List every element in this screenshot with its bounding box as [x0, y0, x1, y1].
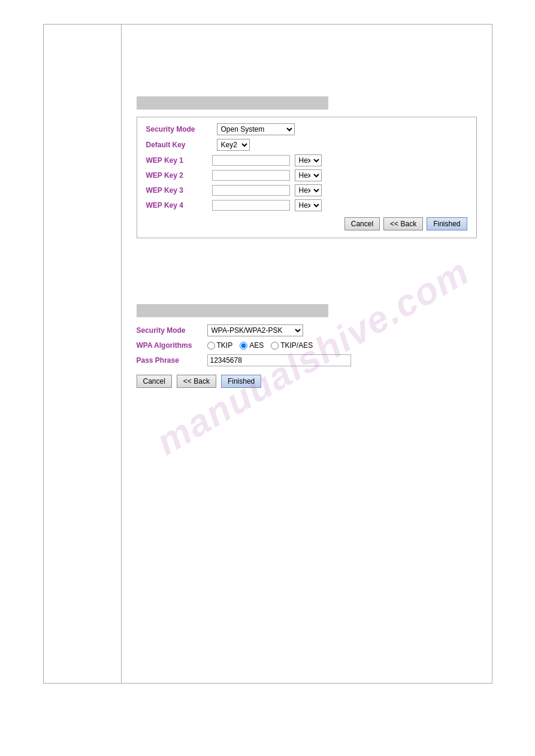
wep-key-2-label: WEP Key 2 [146, 171, 212, 180]
section2-btn-row: Cancel << Back Finished [137, 375, 477, 388]
wep-key-1-format-select[interactable]: Hex ASCII [295, 154, 322, 166]
section1-finished-button[interactable]: Finished [427, 217, 467, 230]
wep-key-2-format-select[interactable]: Hex ASCII [295, 169, 322, 181]
radio-tkip-aes-label[interactable]: TKIP/AES [271, 341, 313, 350]
section2-pass-phrase-label: Pass Phrase [137, 356, 202, 365]
section2-cancel-button[interactable]: Cancel [137, 375, 172, 388]
section1-btn-row: Cancel << Back Finished [146, 217, 467, 230]
wep-key-2-row: WEP Key 2 Hex ASCII [146, 169, 467, 181]
main-panel: Security Mode Open System Shared Key Def… [43, 24, 492, 684]
wep-key-3-inputs: Hex ASCII [212, 184, 322, 196]
wep-key-3-label: WEP Key 3 [146, 186, 212, 195]
section1-cancel-button[interactable]: Cancel [344, 217, 380, 230]
radio-aes[interactable] [240, 342, 247, 350]
section2-passphrase-input[interactable] [207, 354, 351, 366]
section2-finished-button[interactable]: Finished [221, 375, 261, 388]
section2-back-button[interactable]: << Back [177, 375, 216, 388]
wep-key-1-input[interactable] [212, 155, 290, 166]
section2-wpa: Security Mode WPA-PSK/WPA2-PSK WPA-PSK W… [137, 304, 477, 388]
section2-pass-phrase-value [207, 354, 477, 366]
wep-key-3-row: WEP Key 3 Hex ASCII [146, 184, 467, 196]
radio-aes-text: AES [249, 341, 264, 350]
radio-tkip-label[interactable]: TKIP [207, 341, 233, 350]
radio-aes-label[interactable]: AES [240, 341, 264, 350]
section1-wep: Security Mode Open System Shared Key Def… [137, 96, 477, 238]
section1-default-key-row: Default Key Key1 Key2 Key3 Key4 [146, 139, 467, 151]
wep-key-4-format-select[interactable]: Hex ASCII [295, 199, 322, 211]
section1-form-panel: Security Mode Open System Shared Key Def… [137, 117, 477, 238]
section1-header-bar [137, 96, 328, 110]
wep-key-1-row: WEP Key 1 Hex ASCII [146, 154, 467, 166]
wep-key-1-inputs: Hex ASCII [212, 154, 322, 166]
section1-security-mode-label: Security Mode [146, 125, 212, 133]
section2-header-bar [137, 304, 328, 317]
section1-security-mode-value: Open System Shared Key [217, 123, 467, 135]
wep-key-4-row: WEP Key 4 Hex ASCII [146, 199, 467, 211]
wep-key-4-inputs: Hex ASCII [212, 199, 322, 211]
left-sidebar [44, 25, 122, 683]
section2-wpa-algorithms-row: WPA Algorithms TKIP AES [137, 341, 477, 350]
wep-key-4-input[interactable] [212, 200, 290, 211]
wep-key-4-label: WEP Key 4 [146, 201, 212, 210]
wep-key-2-inputs: Hex ASCII [212, 169, 322, 181]
wep-key-1-label: WEP Key 1 [146, 156, 212, 165]
radio-tkip[interactable] [207, 342, 215, 350]
section1-default-key-select[interactable]: Key1 Key2 Key3 Key4 [217, 139, 250, 151]
wep-key-3-format-select[interactable]: Hex ASCII [295, 184, 322, 196]
section2-security-mode-label: Security Mode [137, 326, 202, 335]
radio-tkip-aes-text: TKIP/AES [280, 341, 313, 350]
section2-wpa-algorithms-value: TKIP AES TKIP/AES [207, 341, 477, 350]
section2-wpa-algorithms-label: WPA Algorithms [137, 341, 202, 350]
section1-security-mode-select[interactable]: Open System Shared Key [217, 123, 295, 135]
section1-default-key-value: Key1 Key2 Key3 Key4 [217, 139, 467, 151]
section2-security-mode-value: WPA-PSK/WPA2-PSK WPA-PSK WPA2-PSK [207, 324, 477, 336]
wep-key-2-input[interactable] [212, 170, 290, 181]
section2-security-mode-select[interactable]: WPA-PSK/WPA2-PSK WPA-PSK WPA2-PSK [207, 324, 303, 336]
radio-tkip-text: TKIP [217, 341, 233, 350]
radio-tkip-aes[interactable] [271, 342, 279, 350]
main-content: Security Mode Open System Shared Key Def… [122, 25, 492, 683]
section1-back-button[interactable]: << Back [383, 217, 423, 230]
wep-key-3-input[interactable] [212, 185, 290, 196]
section2-security-mode-row: Security Mode WPA-PSK/WPA2-PSK WPA-PSK W… [137, 324, 477, 336]
section1-default-key-label: Default Key [146, 141, 212, 149]
section2-pass-phrase-row: Pass Phrase [137, 354, 477, 366]
section1-security-mode-row: Security Mode Open System Shared Key [146, 123, 467, 135]
